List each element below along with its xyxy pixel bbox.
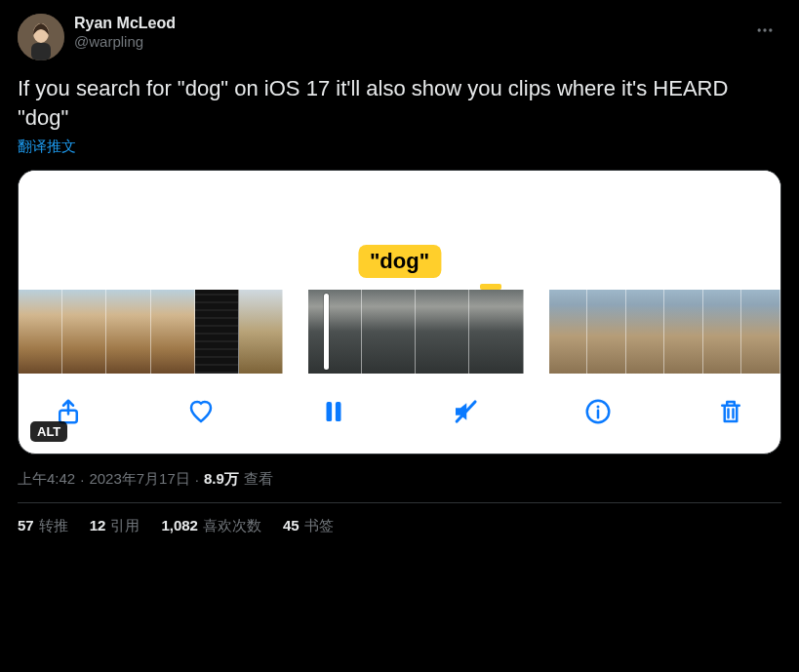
tweet-container: Ryan McLeod @warpling If you search for … [0,0,799,535]
tweet-time[interactable]: 上午4:42 [18,470,75,489]
media-toolbar [19,377,780,454]
heart-icon[interactable] [184,395,218,428]
clip-group-2 [308,290,524,374]
thumbnail [549,290,588,374]
trash-icon[interactable] [714,395,747,428]
thumbnail [239,290,283,374]
quotes-count: 12 [90,517,106,535]
bookmarks-count: 45 [283,517,300,535]
svg-rect-8 [335,402,340,421]
playhead[interactable] [324,294,329,370]
display-name: Ryan McLeod [74,14,176,33]
meta-row: 上午4:42 · 2023年7月17日 · 8.9万 查看 [18,470,781,489]
thumbnail [62,290,106,374]
svg-point-5 [769,28,772,31]
likes-stat[interactable]: 1,082 喜欢次数 [161,517,261,535]
retweets-label: 转推 [39,517,68,535]
media-inner: "dog" [19,171,780,454]
svg-rect-2 [31,43,51,60]
handle: @warpling [74,33,176,52]
thumbnail [664,290,703,374]
thumbnail [362,290,416,374]
separator: · [80,471,84,488]
tweet-text: If you search for "dog" on iOS 17 it'll … [18,74,781,132]
separator: · [195,471,199,488]
likes-label: 喜欢次数 [203,517,261,535]
video-timeline[interactable] [19,286,780,377]
alt-badge[interactable]: ALT [30,421,67,442]
quotes-stat[interactable]: 12 引用 [90,517,140,535]
svg-rect-7 [326,402,332,421]
svg-point-11 [597,406,600,409]
mute-icon[interactable] [449,395,482,428]
likes-count: 1,082 [161,517,198,535]
media-card[interactable]: "dog" [18,170,781,455]
tweet-date[interactable]: 2023年7月17日 [89,470,189,489]
caption-bubble: "dog" [358,245,441,278]
avatar[interactable] [18,14,64,60]
views-label: 查看 [244,470,273,489]
clip-group-1 [19,290,283,374]
info-icon[interactable] [581,395,615,428]
author-name-block[interactable]: Ryan McLeod @warpling [74,14,176,52]
svg-point-3 [758,28,761,31]
thumbnail [741,290,780,374]
tweet-header: Ryan McLeod @warpling [18,14,781,60]
thumbnail [587,290,626,374]
clip-group-3 [549,290,780,374]
stats-row: 57 转推 12 引用 1,082 喜欢次数 45 书签 [18,503,781,535]
thumbnail [151,290,195,374]
more-button[interactable] [748,14,781,47]
retweets-count: 57 [18,517,34,535]
thumbnail [416,290,469,374]
svg-point-4 [763,28,766,31]
pause-icon[interactable] [317,395,350,428]
bookmarks-label: 书签 [304,517,334,535]
bookmarks-stat[interactable]: 45 书签 [283,517,334,535]
translate-link[interactable]: 翻译推文 [18,138,781,156]
thumbnail [195,290,239,374]
thumbnail [626,290,665,374]
views-count: 8.9万 [204,470,239,489]
retweets-stat[interactable]: 57 转推 [18,517,68,535]
thumbnail [308,290,362,374]
thumbnail [106,290,150,374]
thumbnail [19,290,62,374]
thumbnail [469,290,523,374]
thumbnail [703,290,742,374]
quotes-label: 引用 [110,517,140,535]
